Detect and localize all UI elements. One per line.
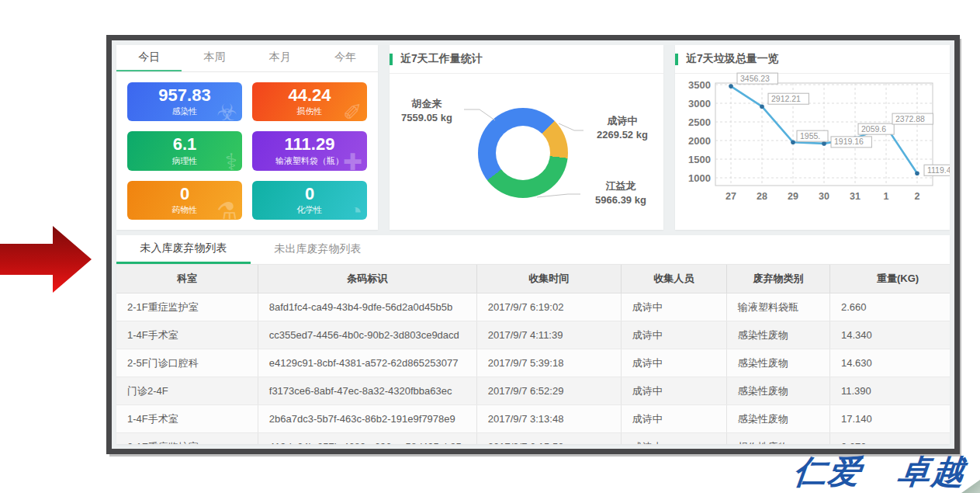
lungs-icon: ⚕ [225,151,237,171]
svg-text:1500: 1500 [688,154,711,165]
svg-text:1955.: 1955. [800,131,820,141]
waste-list-tabbar: 未入库废弃物列表未出库废弃物列表 [116,235,950,265]
table-row: 2-1F重症监护室8afd1fc4-ca49-43b4-9dfe-56d2a0d… [116,293,950,321]
stat-card-pharmaceutical: 0药物性⚗ [127,181,242,220]
svg-text:31: 31 [850,191,861,202]
virus-icon: ☣ [216,101,237,121]
table-row: 门诊2-4Ff3173ce6-8abf-47ec-8a32-4320fbba63… [116,377,950,405]
title-tick-icon [390,54,393,65]
column-header-1: 条码标识 [258,265,476,293]
svg-text:30: 30 [819,191,829,202]
waste-table: 科室条码标识收集时间收集人员废弃物类别重量(KG)2-1F重症监护室8afd1f… [116,265,950,444]
title-tick-icon [675,54,678,65]
table-cell: 感染性废物 [726,349,829,377]
table-cell: 1-4F手术室 [116,405,258,433]
callout-name: 江益龙 [580,179,661,193]
trend-title-text: 近7天垃圾总量一览 [686,52,779,66]
table-cell: 2-5F门诊口腔科 [116,349,258,377]
table-cell: 2017/9/7 5:39:18 [476,349,621,377]
donut-callout-0: 胡金来7559.05 kg [391,97,462,124]
svg-text:2059.6: 2059.6 [861,124,886,134]
table-cell: 损伤性废物 [726,433,829,445]
stat-value: 0 [305,185,314,203]
column-header-5: 重量(KG) [829,265,950,293]
stat-label: 化学性 [297,204,323,216]
trend-panel: 近7天垃圾总量一览 100015002000250030003500272829… [675,45,950,230]
table-cell: 成诗中 [621,349,726,377]
svg-text:2: 2 [915,191,920,202]
svg-text:29: 29 [788,191,798,202]
tab-today[interactable]: 今日 [116,45,182,71]
svg-text:1119.46: 1119.46 [927,165,950,175]
tab-this-week[interactable]: 本周 [182,45,247,71]
tab-this-year[interactable]: 今年 [313,45,378,71]
svg-text:2500: 2500 [688,116,711,128]
stat-value: 6.1 [173,135,197,153]
svg-text:2372.88: 2372.88 [895,114,925,123]
table-cell: 2017/9/7 6:52:29 [476,377,621,405]
dashboard-frame: 今日本周本月今年 957.83感染性☣44.24损伤性✐6.1病理性⚕111.2… [106,35,960,454]
stat-label: 药物性 [172,204,198,216]
column-header-2: 收集时间 [476,265,621,293]
stat-value: 111.29 [285,135,335,153]
stat-card-pathological: 6.1病理性⚕ [127,131,242,170]
workload-title-text: 近7天工作量统计 [400,52,483,66]
table-cell: 419da64b-357b-4683-a696-ec58d405eb85 [258,433,476,445]
motto-word-1: 仁爱 [791,453,864,491]
stat-value: 44.24 [288,86,331,104]
stats-panel: 今日本周本月今年 957.83感染性☣44.24损伤性✐6.1病理性⚕111.2… [116,45,378,230]
syringe-icon: ✐ [343,101,362,121]
stat-value: 0 [180,185,189,203]
table-row: 2-5F门诊口腔科e4129c91-8cbf-4381-a572-62d8652… [116,349,950,377]
table-cell: 14.630 [829,349,950,377]
table-cell: 感染性废物 [726,321,829,349]
pie-chart-icon: ◔ [348,200,362,220]
table-cell: 2017/9/7 6:15:53 [476,433,621,445]
svg-text:27: 27 [725,191,736,202]
table-cell: 17.140 [829,405,950,433]
motto-word-2: 卓越 [895,453,968,491]
workload-panel: 近7天工作量统计 胡金来7559.05 kg成诗中2269.52 kg江益龙59… [390,45,663,230]
column-header-3: 收集人员 [621,265,726,293]
flask-icon: ⚗ [216,200,237,220]
table-cell: 2017/9/7 4:11:39 [476,321,621,349]
table-header-row: 科室条码标识收集时间收集人员废弃物类别重量(KG) [116,265,950,293]
tab-pending-inbound[interactable]: 未入库废弃物列表 [116,235,251,264]
tab-this-month[interactable]: 本月 [248,45,313,71]
table-cell: 14.340 [829,321,950,349]
table-cell: 成诗中 [621,321,726,349]
column-header-4: 废弃物类别 [726,265,829,293]
table-cell: 输液塑料袋瓶 [726,293,829,321]
table-cell: 2.660 [829,293,950,321]
table-cell: 成诗中 [621,405,726,433]
stat-card-injurious: 44.24损伤性✐ [252,82,367,121]
stat-value: 957.83 [158,86,210,104]
table-cell: 2-1F重症监护室 [116,433,258,445]
callout-amount: 2269.52 kg [583,128,661,142]
table-cell: cc355ed7-4456-4b0c-90b2-3d803ce9dacd [258,321,476,349]
table-cell: 1-4F手术室 [116,321,258,349]
svg-text:1919.16: 1919.16 [834,137,864,146]
stat-label: 损伤性 [297,106,323,117]
callout-amount: 7559.05 kg [391,111,462,125]
table-cell: 门诊2-4F [116,377,258,405]
stat-card-infectious: 957.83感染性☣ [127,82,242,121]
table-cell: 11.390 [829,377,950,405]
table-row: 1-4F手术室cc355ed7-4456-4b0c-90b2-3d803ce9d… [116,321,950,349]
table-cell: 感染性废物 [726,405,829,433]
stat-label: 输液塑料袋（瓶） [275,155,344,167]
tab-pending-outbound[interactable]: 未出库废弃物列表 [251,235,385,264]
top-row: 今日本周本月今年 957.83感染性☣44.24损伤性✐6.1病理性⚕111.2… [116,45,950,230]
table-cell: 2-1F重症监护室 [116,293,258,321]
stat-card-chemical: 0化学性◔ [252,181,367,220]
table-cell: 2017/9/7 6:19:02 [476,293,621,321]
motto-calligraphy: 仁爱卓越 [791,450,968,493]
waste-list-panel: 未入库废弃物列表未出库废弃物列表 科室条码标识收集时间收集人员废弃物类别重量(K… [116,235,950,444]
period-tabbar: 今日本周本月今年 [116,45,378,72]
callout-name: 成诗中 [583,114,661,128]
table-row: 2-1F重症监护室419da64b-357b-4683-a696-ec58d40… [116,433,950,445]
svg-text:28: 28 [757,191,767,202]
stat-label: 感染性 [172,106,198,117]
svg-text:2912.21: 2912.21 [771,94,801,103]
workload-panel-title: 近7天工作量统计 [390,45,663,74]
